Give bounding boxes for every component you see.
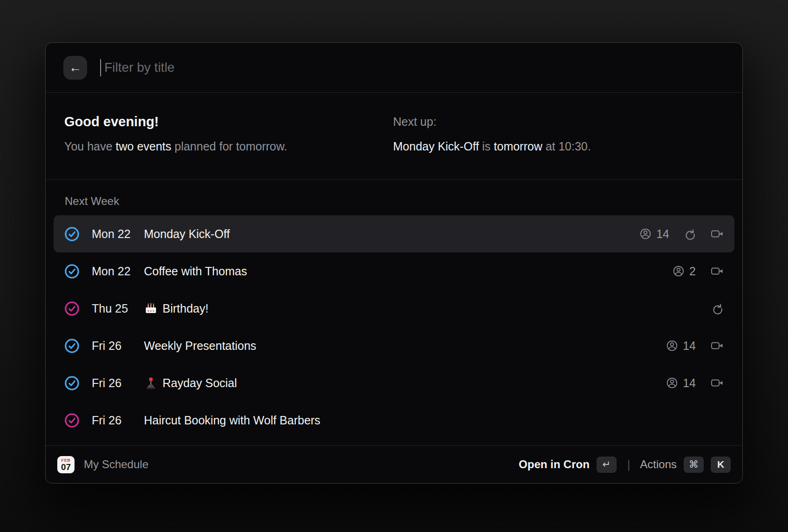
event-title: Rayday Social: [163, 376, 237, 390]
attendees: 14: [666, 339, 696, 353]
recurring-icon: [684, 228, 696, 240]
greeting-title: Good evening!: [64, 114, 393, 130]
section-header: Next Week: [54, 195, 734, 208]
event-date: Fri 26: [92, 376, 144, 390]
check-circle-icon: [65, 264, 79, 279]
attendees: 14: [639, 227, 669, 241]
event-list: Next Week Mon 22 Monday Kick-Off 14 Mon …: [46, 180, 742, 445]
video-camera-icon: [711, 265, 723, 277]
filter-input[interactable]: [103, 60, 725, 75]
back-arrow-icon: ←: [69, 61, 82, 74]
enter-key-badge: ↵: [597, 457, 617, 473]
list-item-haircut-booking[interactable]: Fri 26 Haircut Booking with Wolf Barbers: [54, 402, 734, 439]
list-item-monday-kick-off[interactable]: Mon 22 Monday Kick-Off 14: [54, 215, 734, 252]
check-circle-icon: [65, 301, 79, 316]
event-date: Fri 26: [92, 339, 144, 353]
list-item-weekly-presentations[interactable]: Fri 26 Weekly Presentations 14: [54, 327, 734, 364]
list-item-rayday-social[interactable]: Fri 26 Rayday Social 14: [54, 364, 734, 402]
attendees: 2: [673, 265, 696, 278]
actions-label: Actions: [640, 458, 677, 471]
command-palette-window: ← Good evening! You have two events plan…: [45, 42, 743, 484]
cmd-key-badge: ⌘: [684, 457, 704, 473]
open-in-cron-button[interactable]: Open in Cron ↵: [519, 457, 617, 473]
greeting-summary: You have two events planned for tomorrow…: [64, 139, 393, 154]
attendee-count: 14: [683, 339, 696, 353]
attendee-count: 14: [656, 227, 669, 241]
attendees: 14: [666, 376, 696, 390]
calendar-month: FEB: [61, 458, 71, 463]
list-item-coffee-with-thomas[interactable]: Mon 22 Coffee with Thomas 2: [54, 252, 734, 290]
check-circle-icon: [65, 413, 79, 428]
video-camera-icon: [711, 340, 723, 352]
recurring-icon: [712, 303, 723, 314]
birthday-cake-icon: [144, 301, 158, 315]
event-title: Monday Kick-Off: [144, 227, 230, 241]
event-date: Mon 22: [92, 227, 144, 241]
video-camera-icon: [711, 377, 723, 389]
footer-bar: FEB 07 My Schedule Open in Cron ↵ | Acti…: [46, 445, 742, 483]
event-meta: 14: [666, 339, 723, 353]
footer-actions: Open in Cron ↵ | Actions ⌘ K: [519, 457, 731, 473]
event-meta: 14: [639, 227, 723, 241]
person-icon: [673, 265, 685, 277]
next-up-text: Monday Kick-Off is tomorrow at 10:30.: [393, 139, 724, 154]
event-meta: 14: [666, 376, 723, 390]
text-cursor: [100, 59, 101, 76]
attendee-count: 2: [689, 265, 696, 278]
calendar-icon: FEB 07: [57, 456, 75, 473]
greeting-left: Good evening! You have two events planne…: [64, 114, 393, 179]
open-in-cron-label: Open in Cron: [519, 458, 590, 471]
next-up-panel: Next up: Monday Kick-Off is tomorrow at …: [393, 114, 724, 179]
check-circle-icon: [65, 227, 79, 241]
event-title: Coffee with Thomas: [144, 265, 247, 278]
actions-button[interactable]: Actions ⌘ K: [640, 457, 731, 473]
footer-divider: |: [627, 458, 631, 471]
event-meta: [712, 303, 723, 314]
k-key-badge: K: [711, 457, 731, 473]
extension-label: My Schedule: [84, 458, 149, 471]
event-meta: 2: [673, 265, 723, 278]
check-circle-icon: [65, 339, 79, 353]
event-title: Haircut Booking with Wolf Barbers: [144, 414, 320, 427]
greeting-section: Good evening! You have two events planne…: [46, 93, 742, 180]
person-icon: [666, 340, 678, 352]
joystick-icon: [144, 376, 158, 390]
check-circle-icon: [65, 376, 79, 390]
next-up-label: Next up:: [393, 114, 724, 130]
event-title: Weekly Presentations: [144, 339, 256, 353]
video-camera-icon: [711, 228, 723, 240]
calendar-day: 07: [61, 463, 71, 472]
event-date: Thu 25: [92, 302, 144, 315]
search-bar: ←: [46, 43, 742, 93]
back-button[interactable]: ←: [63, 56, 87, 80]
event-date: Mon 22: [92, 265, 144, 278]
list-item-birthday[interactable]: Thu 25 Birthday!: [54, 290, 734, 327]
person-icon: [639, 228, 652, 240]
person-icon: [666, 377, 678, 389]
event-title: Birthday!: [163, 302, 209, 315]
attendee-count: 14: [683, 376, 696, 390]
event-date: Fri 26: [92, 414, 144, 427]
